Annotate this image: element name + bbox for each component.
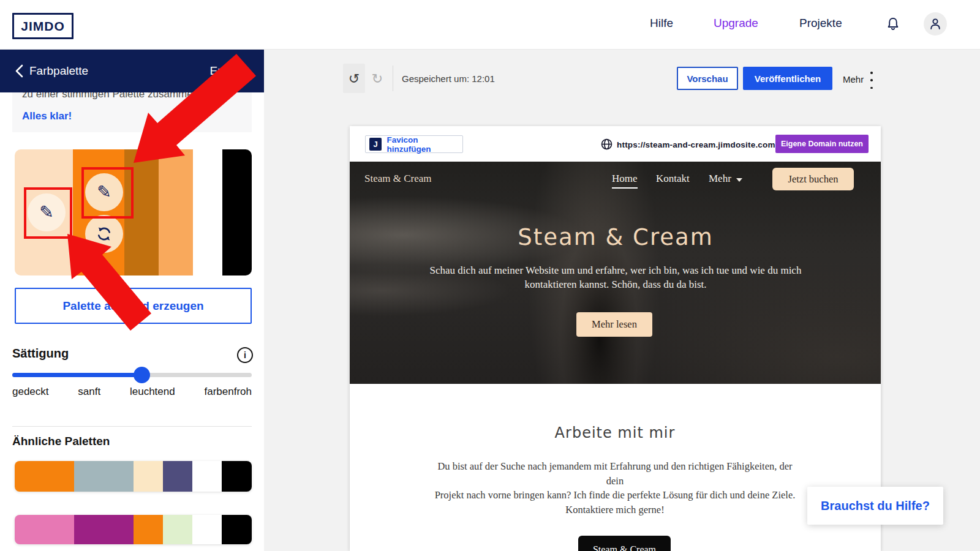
palette-swatch[interactable] xyxy=(15,461,74,492)
about-section-title: Arbeite mit mir xyxy=(431,424,799,441)
app-topbar: JIMDO Hilfe Upgrade Projekte xyxy=(0,0,980,50)
saved-status: Gespeichert um: 12:01 xyxy=(402,73,495,84)
palette-swatch[interactable] xyxy=(74,461,134,492)
domain-bar: J Favicon hinzufügen https://steam-and-c… xyxy=(350,126,881,162)
tick-farbenfroh: farbenfroh xyxy=(204,386,252,398)
hero-subtitle-line2: kontaktieren kannst. Schön, dass du da b… xyxy=(420,277,812,291)
annotation-box-peach-edit xyxy=(24,187,72,239)
site-logo[interactable]: Steam & Cream xyxy=(364,173,432,185)
palette-swatch[interactable] xyxy=(222,149,252,276)
site-hero: Steam & Cream Home Kontakt Mehr Jetzt bu… xyxy=(350,162,881,384)
about-text-line2: Projekt nach vorne bringen kann? Ich fin… xyxy=(431,488,799,503)
toolbar-divider xyxy=(393,66,393,91)
chevron-down-icon xyxy=(736,178,742,182)
hero-title: Steam & Cream xyxy=(432,224,799,250)
site-nav-mehr[interactable]: Mehr xyxy=(709,173,731,185)
site-url[interactable]: https://steam-and-cream.jimdosite.com xyxy=(617,140,775,149)
about-text-line1: Du bist auf der Suche nach jemandem mit … xyxy=(431,459,799,488)
site-footer-button[interactable]: Steam & Cream xyxy=(578,536,671,551)
similar-palette-1[interactable] xyxy=(15,461,252,492)
more-button[interactable]: Mehr xyxy=(843,74,864,84)
topnav-hilfe[interactable]: Hilfe xyxy=(650,17,673,30)
hero-subtitle: Schau dich auf meiner Website um und erf… xyxy=(420,263,812,291)
site-nav-home[interactable]: Home xyxy=(612,173,638,185)
help-widget-button[interactable]: Brauchst du Hilfe? xyxy=(807,487,943,525)
annotation-box-orange-edit xyxy=(81,167,134,219)
palette-swatch[interactable] xyxy=(134,515,163,544)
jimdo-logo[interactable]: JIMDO xyxy=(12,13,74,39)
palette-swatch[interactable] xyxy=(163,515,192,544)
palette-swatch[interactable] xyxy=(134,461,163,492)
book-now-button[interactable]: Jetzt buchen xyxy=(772,168,854,190)
panel-header: Farbpalette Erledigt xyxy=(0,49,264,92)
topnav-upgrade[interactable]: Upgrade xyxy=(714,17,758,30)
refresh-icon xyxy=(95,225,113,243)
similar-palettes-heading: Ähnliche Paletten xyxy=(12,435,110,448)
palette-swatch[interactable] xyxy=(74,515,134,544)
tick-gedeckt: gedeckt xyxy=(12,386,49,398)
palette-swatch[interactable] xyxy=(159,149,193,276)
palette-swatch[interactable] xyxy=(192,461,222,492)
undo-button[interactable]: ↺ xyxy=(343,64,365,93)
done-button[interactable]: Erledigt xyxy=(210,64,249,78)
palette-swatch[interactable] xyxy=(163,461,192,492)
add-favicon-button[interactable]: J Favicon hinzufügen xyxy=(365,135,463,153)
site-nav-kontakt[interactable]: Kontakt xyxy=(656,173,690,185)
read-more-button[interactable]: Mehr lesen xyxy=(576,312,652,337)
globe-icon xyxy=(601,138,612,152)
back-chevron-icon[interactable] xyxy=(15,64,24,81)
topnav-projekte[interactable]: Projekte xyxy=(799,17,842,30)
active-nav-underline xyxy=(612,187,638,189)
saturation-ticks: gedeckt sanft leuchtend farbenfroh xyxy=(12,386,252,398)
hero-subtitle-line1: Schau dich auf meiner Website um und erf… xyxy=(420,263,812,277)
publish-button[interactable]: Veröffentlichen xyxy=(743,67,832,90)
undo-icon: ↺ xyxy=(349,71,360,86)
tick-leuchtend: leuchtend xyxy=(130,386,175,398)
saturation-slider[interactable] xyxy=(12,373,252,377)
redo-button[interactable]: ↻ xyxy=(366,64,388,93)
palette-swatch[interactable] xyxy=(193,149,222,276)
kebab-menu-icon[interactable] xyxy=(870,72,873,89)
tick-sanft: sanft xyxy=(78,386,100,398)
saturation-label: Sättigung xyxy=(12,347,69,361)
slider-fill xyxy=(12,373,141,377)
info-icon[interactable]: i xyxy=(237,347,253,363)
favicon-label: Favicon hinzufügen xyxy=(386,135,462,154)
panel-title: Farbpalette xyxy=(29,64,88,78)
palette-swatch[interactable] xyxy=(192,515,222,544)
alles-klar-link[interactable]: Alles klar! xyxy=(22,110,72,122)
own-domain-button[interactable]: Eigene Domain nutzen xyxy=(775,135,869,153)
notifications-bell-icon[interactable] xyxy=(886,16,900,36)
palette-swatch[interactable] xyxy=(222,461,252,492)
about-text-line3: Kontaktiere mich gerne! xyxy=(431,503,799,517)
favicon-badge: J xyxy=(369,138,382,151)
person-icon xyxy=(928,17,943,31)
swap-color-button[interactable] xyxy=(85,215,123,253)
generate-from-image-button[interactable]: Palette aus Bild erzeugen xyxy=(15,288,252,324)
palette-swatch[interactable] xyxy=(15,515,74,544)
slider-thumb[interactable] xyxy=(134,367,150,383)
about-section-text: Du bist auf der Suche nach jemandem mit … xyxy=(431,459,799,517)
similar-palette-2[interactable] xyxy=(15,515,252,544)
section-divider xyxy=(12,426,252,427)
account-avatar[interactable] xyxy=(924,12,947,36)
redo-icon: ↻ xyxy=(372,71,383,86)
palette-swatch[interactable] xyxy=(222,515,252,544)
preview-button[interactable]: Vorschau xyxy=(677,67,738,90)
